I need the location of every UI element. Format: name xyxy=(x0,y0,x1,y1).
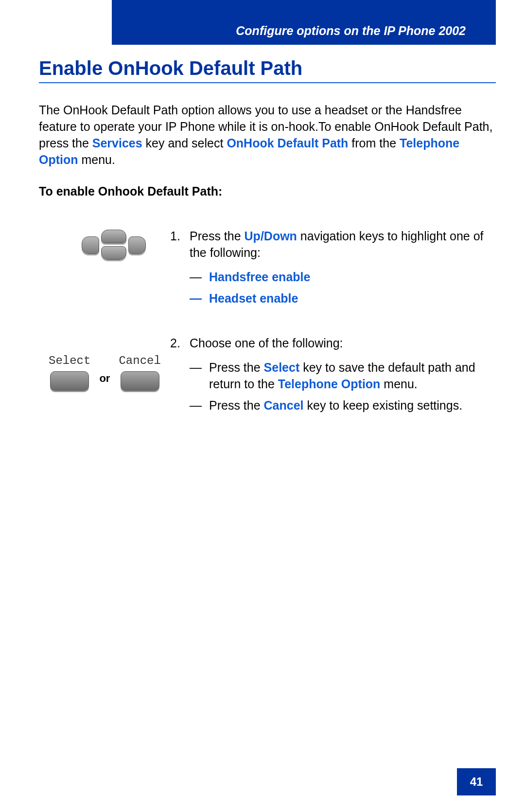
step-1-number: 1. xyxy=(170,228,181,307)
step-2-text-1: Choose one of the following: xyxy=(190,336,343,350)
step-2a-text-1: Press the xyxy=(209,361,264,374)
step-1-media xyxy=(39,228,170,307)
intro-paragraph: The OnHook Default Path option allows yo… xyxy=(39,102,496,168)
select-key-label: Select xyxy=(49,354,90,367)
step-2b-key-cancel: Cancel xyxy=(264,398,304,412)
document-page: Configure options on the IP Phone 2002 E… xyxy=(0,0,525,812)
step-2-media: Select or Cancel xyxy=(39,335,170,414)
or-text: or xyxy=(99,361,110,385)
step-2a-text-3: menu. xyxy=(380,377,417,391)
step-1-key-updown: Up/Down xyxy=(245,229,297,243)
cancel-key-shape xyxy=(121,371,159,391)
header-band: Configure options on the IP Phone 2002 xyxy=(112,0,496,45)
intro-key-onhook: OnHook Default Path xyxy=(227,136,348,150)
select-key-shape xyxy=(50,371,89,391)
procedure-subhead: To enable Onhook Default Path: xyxy=(39,184,496,198)
step-1-option-handsfree: Handsfree enable xyxy=(209,269,310,285)
navigation-pad-icon xyxy=(80,230,148,270)
title-rule xyxy=(39,82,496,83)
step-2: Select or Cancel 2. Choose one of the fo… xyxy=(39,335,496,414)
content-area: Enable OnHook Default Path The OnHook De… xyxy=(39,57,496,442)
intro-text-2: key and select xyxy=(142,136,227,150)
select-key-icon: Select xyxy=(49,354,90,391)
nav-down-icon xyxy=(101,246,126,260)
step-1-option-headset: Headset enable xyxy=(209,290,298,307)
step-1-text-1: Press the xyxy=(190,229,245,243)
step-1: 1. Press the Up/Down navigation keys to … xyxy=(39,228,496,307)
intro-text-3: from the xyxy=(348,136,400,150)
step-2b-text-1: Press the xyxy=(209,398,264,412)
page-number: 41 xyxy=(457,768,496,795)
step-1-body: 1. Press the Up/Down navigation keys to … xyxy=(170,228,496,307)
step-1-dash-1: — xyxy=(190,269,201,285)
nav-right-icon xyxy=(128,236,146,254)
intro-text-4: menu. xyxy=(78,153,115,166)
cancel-key-icon: Cancel xyxy=(119,354,160,391)
step-2-number: 2. xyxy=(170,335,181,414)
page-title: Enable OnHook Default Path xyxy=(39,57,496,79)
step-2a-key-telephone: Telephone Option xyxy=(278,377,381,391)
step-1-dash-2: — xyxy=(190,290,201,307)
step-2-dash-2: — xyxy=(190,397,201,414)
step-2b-text-2: key to keep existing settings. xyxy=(304,398,463,412)
step-2a-key-select: Select xyxy=(264,361,300,374)
nav-up-icon xyxy=(101,230,126,243)
step-2-dash-1: — xyxy=(190,359,201,392)
header-title: Configure options on the IP Phone 2002 xyxy=(236,24,466,38)
nav-left-icon xyxy=(82,236,99,254)
step-2-body: 2. Choose one of the following: — Press … xyxy=(170,335,496,414)
intro-key-services: Services xyxy=(92,136,142,150)
cancel-key-label: Cancel xyxy=(119,354,160,367)
